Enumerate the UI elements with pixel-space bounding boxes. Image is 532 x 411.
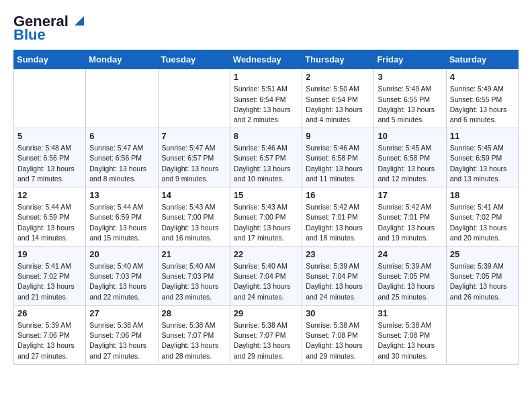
- day-info: Sunrise: 5:40 AM Sunset: 7:04 PM Dayligh…: [234, 261, 298, 302]
- day-info: Sunrise: 5:38 AM Sunset: 7:06 PM Dayligh…: [89, 320, 154, 361]
- day-number: 3: [378, 72, 442, 82]
- col-header-wednesday: Wednesday: [230, 50, 302, 69]
- day-info: Sunrise: 5:41 AM Sunset: 7:02 PM Dayligh…: [17, 261, 82, 302]
- calendar-cell: 3Sunrise: 5:49 AM Sunset: 6:55 PM Daylig…: [374, 69, 446, 128]
- calendar-cell: 27Sunrise: 5:38 AM Sunset: 7:06 PM Dayli…: [86, 305, 158, 364]
- day-info: Sunrise: 5:45 AM Sunset: 6:58 PM Dayligh…: [378, 143, 442, 184]
- day-number: 9: [306, 131, 370, 141]
- day-info: Sunrise: 5:39 AM Sunset: 7:05 PM Dayligh…: [378, 261, 442, 302]
- calendar-cell: 5Sunrise: 5:48 AM Sunset: 6:56 PM Daylig…: [14, 128, 86, 187]
- calendar-cell: 1Sunrise: 5:51 AM Sunset: 6:54 PM Daylig…: [230, 69, 302, 128]
- day-info: Sunrise: 5:38 AM Sunset: 7:07 PM Dayligh…: [234, 320, 298, 361]
- week-row-1: 1Sunrise: 5:51 AM Sunset: 6:54 PM Daylig…: [14, 69, 519, 128]
- day-number: 19: [17, 249, 82, 259]
- day-info: Sunrise: 5:49 AM Sunset: 6:55 PM Dayligh…: [450, 84, 515, 125]
- day-info: Sunrise: 5:45 AM Sunset: 6:59 PM Dayligh…: [450, 143, 515, 184]
- day-info: Sunrise: 5:51 AM Sunset: 6:54 PM Dayligh…: [234, 84, 298, 125]
- day-info: Sunrise: 5:50 AM Sunset: 6:54 PM Dayligh…: [306, 84, 370, 125]
- week-row-4: 19Sunrise: 5:41 AM Sunset: 7:02 PM Dayli…: [14, 246, 519, 306]
- day-info: Sunrise: 5:49 AM Sunset: 6:55 PM Dayligh…: [378, 84, 442, 125]
- day-number: 4: [450, 72, 515, 82]
- day-info: Sunrise: 5:42 AM Sunset: 7:01 PM Dayligh…: [306, 202, 370, 243]
- logo-text-blue: Blue: [13, 27, 46, 43]
- day-info: Sunrise: 5:43 AM Sunset: 7:00 PM Dayligh…: [234, 202, 298, 243]
- calendar-cell: [14, 69, 86, 128]
- day-number: 29: [234, 308, 298, 318]
- week-row-5: 26Sunrise: 5:39 AM Sunset: 7:06 PM Dayli…: [14, 305, 519, 364]
- col-header-tuesday: Tuesday: [158, 50, 230, 69]
- day-info: Sunrise: 5:44 AM Sunset: 6:59 PM Dayligh…: [17, 202, 82, 243]
- day-number: 7: [162, 131, 226, 141]
- calendar-cell: 13Sunrise: 5:44 AM Sunset: 6:59 PM Dayli…: [86, 187, 158, 246]
- day-number: 21: [162, 249, 226, 259]
- week-row-2: 5Sunrise: 5:48 AM Sunset: 6:56 PM Daylig…: [14, 128, 519, 187]
- calendar-cell: 12Sunrise: 5:44 AM Sunset: 6:59 PM Dayli…: [14, 187, 86, 246]
- calendar-cell: 22Sunrise: 5:40 AM Sunset: 7:04 PM Dayli…: [230, 246, 302, 306]
- calendar-cell: [446, 305, 518, 364]
- day-info: Sunrise: 5:39 AM Sunset: 7:04 PM Dayligh…: [306, 261, 370, 302]
- day-number: 8: [234, 131, 298, 141]
- day-number: 25: [450, 249, 515, 259]
- day-info: Sunrise: 5:39 AM Sunset: 7:06 PM Dayligh…: [17, 320, 82, 361]
- day-number: 10: [378, 131, 442, 141]
- day-number: 30: [306, 308, 370, 318]
- calendar-cell: 9Sunrise: 5:46 AM Sunset: 6:58 PM Daylig…: [302, 128, 374, 187]
- calendar-cell: 26Sunrise: 5:39 AM Sunset: 7:06 PM Dayli…: [14, 305, 86, 364]
- calendar-cell: 17Sunrise: 5:42 AM Sunset: 7:01 PM Dayli…: [374, 187, 446, 246]
- day-info: Sunrise: 5:39 AM Sunset: 7:05 PM Dayligh…: [450, 261, 515, 302]
- col-header-sunday: Sunday: [14, 50, 86, 69]
- day-info: Sunrise: 5:40 AM Sunset: 7:03 PM Dayligh…: [162, 261, 226, 302]
- calendar-cell: 2Sunrise: 5:50 AM Sunset: 6:54 PM Daylig…: [302, 69, 374, 128]
- calendar-cell: 16Sunrise: 5:42 AM Sunset: 7:01 PM Dayli…: [302, 187, 374, 246]
- logo: General Blue: [13, 13, 87, 43]
- day-info: Sunrise: 5:40 AM Sunset: 7:03 PM Dayligh…: [89, 261, 154, 302]
- calendar-cell: 8Sunrise: 5:46 AM Sunset: 6:57 PM Daylig…: [230, 128, 302, 187]
- day-info: Sunrise: 5:46 AM Sunset: 6:58 PM Dayligh…: [306, 143, 370, 184]
- calendar-cell: 23Sunrise: 5:39 AM Sunset: 7:04 PM Dayli…: [302, 246, 374, 306]
- day-info: Sunrise: 5:44 AM Sunset: 6:59 PM Dayligh…: [89, 202, 154, 243]
- calendar-cell: 11Sunrise: 5:45 AM Sunset: 6:59 PM Dayli…: [446, 128, 518, 187]
- calendar-cell: 10Sunrise: 5:45 AM Sunset: 6:58 PM Dayli…: [374, 128, 446, 187]
- calendar-cell: 28Sunrise: 5:38 AM Sunset: 7:07 PM Dayli…: [158, 305, 230, 364]
- day-number: 16: [306, 190, 370, 200]
- calendar-cell: 15Sunrise: 5:43 AM Sunset: 7:00 PM Dayli…: [230, 187, 302, 246]
- calendar-table: SundayMondayTuesdayWednesdayThursdayFrid…: [13, 50, 519, 364]
- calendar-cell: 4Sunrise: 5:49 AM Sunset: 6:55 PM Daylig…: [446, 69, 518, 128]
- day-info: Sunrise: 5:38 AM Sunset: 7:08 PM Dayligh…: [378, 320, 442, 361]
- day-number: 5: [17, 131, 82, 141]
- calendar-cell: 7Sunrise: 5:47 AM Sunset: 6:57 PM Daylig…: [158, 128, 230, 187]
- day-number: 2: [306, 72, 370, 82]
- day-number: 11: [450, 131, 515, 141]
- day-number: 17: [378, 190, 442, 200]
- logo-arrow-icon: [72, 13, 87, 28]
- calendar-cell: 19Sunrise: 5:41 AM Sunset: 7:02 PM Dayli…: [14, 246, 86, 306]
- calendar-cell: 6Sunrise: 5:47 AM Sunset: 6:56 PM Daylig…: [86, 128, 158, 187]
- calendar-cell: 14Sunrise: 5:43 AM Sunset: 7:00 PM Dayli…: [158, 187, 230, 246]
- calendar-cell: 21Sunrise: 5:40 AM Sunset: 7:03 PM Dayli…: [158, 246, 230, 306]
- day-number: 12: [17, 190, 82, 200]
- day-number: 22: [234, 249, 298, 259]
- day-number: 20: [89, 249, 154, 259]
- calendar-cell: 31Sunrise: 5:38 AM Sunset: 7:08 PM Dayli…: [374, 305, 446, 364]
- col-header-friday: Friday: [374, 50, 446, 69]
- col-header-monday: Monday: [86, 50, 158, 69]
- day-number: 13: [89, 190, 154, 200]
- day-number: 6: [89, 131, 154, 141]
- calendar-cell: 30Sunrise: 5:38 AM Sunset: 7:08 PM Dayli…: [302, 305, 374, 364]
- day-number: 23: [306, 249, 370, 259]
- calendar-cell: 29Sunrise: 5:38 AM Sunset: 7:07 PM Dayli…: [230, 305, 302, 364]
- day-number: 26: [17, 308, 82, 318]
- day-info: Sunrise: 5:47 AM Sunset: 6:57 PM Dayligh…: [162, 143, 226, 184]
- day-number: 24: [378, 249, 442, 259]
- header-row: SundayMondayTuesdayWednesdayThursdayFrid…: [14, 50, 519, 69]
- day-number: 18: [450, 190, 515, 200]
- day-number: 1: [234, 72, 298, 82]
- col-header-thursday: Thursday: [302, 50, 374, 69]
- day-number: 14: [162, 190, 226, 200]
- day-info: Sunrise: 5:47 AM Sunset: 6:56 PM Dayligh…: [89, 143, 154, 184]
- day-info: Sunrise: 5:42 AM Sunset: 7:01 PM Dayligh…: [378, 202, 442, 243]
- day-info: Sunrise: 5:38 AM Sunset: 7:08 PM Dayligh…: [306, 320, 370, 361]
- day-number: 28: [162, 308, 226, 318]
- col-header-saturday: Saturday: [446, 50, 518, 69]
- svg-marker-0: [75, 16, 84, 26]
